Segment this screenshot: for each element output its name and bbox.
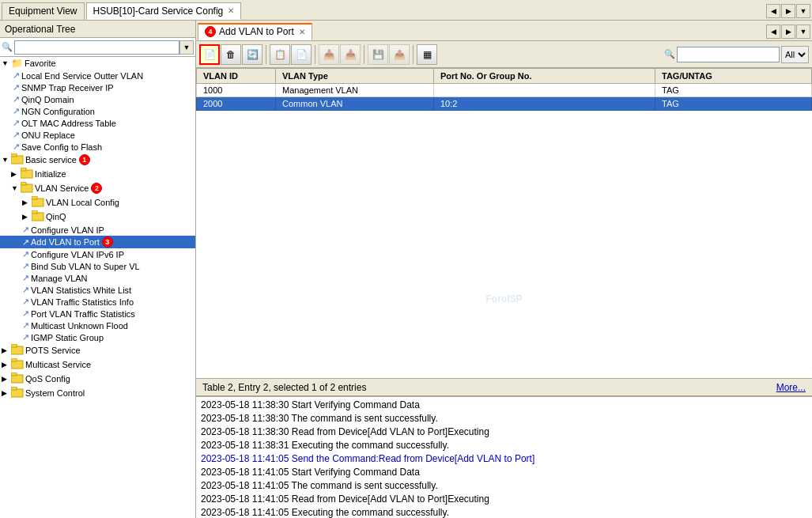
inner-tab-menu-btn[interactable]: ▼ (796, 25, 810, 39)
tab-prev-btn[interactable]: ◀ (766, 4, 780, 18)
paste-icon-2: 📥 (345, 49, 357, 60)
search-input[interactable] (14, 40, 179, 55)
badge-4: 4 (205, 26, 216, 37)
inner-tab-close-icon[interactable]: ✕ (299, 28, 305, 36)
sidebar-item-igmp-static[interactable]: ↗ IGMP Static Group (0, 331, 195, 343)
paste-icon-1: 📥 (323, 49, 335, 60)
sidebar-item-qinq-domain[interactable]: ↗ QinQ Domain (0, 93, 195, 105)
new-btn[interactable]: 📄 (199, 44, 220, 65)
export-btn-2[interactable]: 📤 (389, 44, 410, 65)
paste-btn-2[interactable]: 📥 (340, 44, 361, 65)
cell-taguntag: TAG (655, 97, 812, 111)
sidebar-item-configure-vlan-ipv6[interactable]: ↗ Configure VLAN IPv6 IP (0, 248, 195, 260)
sidebar-item-vlan-traffic[interactable]: ↗ VLAN Traffic Statistics Info (0, 296, 195, 308)
sidebar-item-label: Manage VLAN (31, 274, 88, 283)
sidebar-item-label: Bind Sub VLAN to Super VL (31, 262, 140, 271)
sidebar-item-configure-vlan-ip[interactable]: ↗ Configure VLAN IP (0, 224, 195, 236)
search-dropdown-btn[interactable]: ▼ (179, 40, 194, 55)
sidebar-item-system-control[interactable]: ▶ System Control (0, 386, 195, 400)
expand-icon: ▼ (2, 156, 11, 164)
sidebar-item-port-vlan-traffic[interactable]: ↗ Port VLAN Traffic Statistics (0, 308, 195, 319)
inner-tab-prev-btn[interactable]: ◀ (766, 25, 780, 39)
expand-icon: ▼ (11, 184, 21, 192)
folder-icon (21, 168, 33, 180)
sidebar-item-favorite[interactable]: ▼ 📁 Favorite (0, 57, 195, 70)
expand-icon: ▶ (2, 375, 11, 383)
sidebar-item-label: VLAN Statistics White List (31, 285, 131, 295)
sidebar-item-add-vlan-to-port[interactable]: ↗ Add VLAN to Port 3 (0, 236, 195, 248)
tab-close-icon[interactable]: ✕ (228, 6, 234, 15)
sidebar-item-bind-sub-vlan[interactable]: ↗ Bind Sub VLAN to Super VL (0, 260, 195, 272)
sidebar-item-save-config[interactable]: ↗ Save Config to Flash (0, 141, 195, 153)
log-line: 2023-05-18 11:38:31 Executing the comman… (201, 439, 807, 452)
table-row[interactable]: 1000 Management VLAN TAG (197, 84, 812, 97)
sidebar-item-label: Favorite (25, 59, 56, 68)
paste-btn-1[interactable]: 📥 (319, 44, 339, 65)
sidebar-item-label: Configure VLAN IPv6 IP (31, 250, 124, 259)
toolbar-search-select[interactable]: All (781, 46, 809, 63)
status-text: Table 2, Entry 2, selected 1 of 2 entrie… (202, 382, 366, 393)
export-btn-1[interactable]: 💾 (368, 44, 388, 65)
link-icon: ↗ (22, 237, 29, 248)
link-icon: ↗ (22, 297, 29, 307)
grid-btn[interactable]: ▦ (417, 44, 437, 65)
sidebar-item-vlan-local-config[interactable]: ▶ VLAN Local Config (0, 195, 195, 210)
sidebar-item-basic-service[interactable]: ▼ Basic service 1 (0, 153, 195, 167)
sidebar-item-initialize[interactable]: ▶ Initialize (0, 167, 195, 181)
sidebar-item-multicast-service[interactable]: ▶ Multicast Service (0, 357, 195, 372)
sidebar-item-qos-config[interactable]: ▶ QoS Config (0, 372, 195, 386)
sidebar-item-label: NGN Configuration (21, 107, 95, 116)
sidebar-item-label: VLAN Traffic Statistics Info (31, 297, 134, 307)
folder-icon (32, 196, 44, 209)
new-icon: 📄 (204, 49, 216, 60)
sidebar-item-manage-vlan[interactable]: ↗ Manage VLAN (0, 272, 195, 284)
sidebar-search-bar: 🔍 ▼ (0, 38, 195, 57)
sidebar-tree: ▼ 📁 Favorite ↗ Local End Service Outter … (0, 57, 195, 518)
cell-vlantype: Common VLAN (276, 97, 434, 111)
folder-icon (11, 387, 24, 399)
link-icon: ↗ (13, 106, 20, 116)
tab-menu-btn[interactable]: ▼ (796, 4, 810, 18)
inner-tab-add-vlan[interactable]: 4 Add VLAN to Port ✕ (198, 23, 312, 40)
svg-rect-15 (11, 372, 17, 376)
cell-vlantype: Management VLAN (276, 84, 434, 97)
sidebar-item-onu-replace[interactable]: ↗ ONU Replace (0, 129, 195, 141)
copy-btn-1[interactable]: 📋 (270, 44, 290, 65)
expand-icon: ▶ (2, 389, 11, 397)
sidebar-item-label: QinQ Domain (21, 95, 74, 104)
toolbar-sep-2 (315, 45, 315, 64)
toolbar-sep-4 (413, 45, 414, 64)
sidebar-item-snmp[interactable]: ↗ SNMP Trap Receiver IP (0, 81, 195, 93)
sidebar-item-ngn[interactable]: ↗ NGN Configuration (0, 105, 195, 117)
delete-btn[interactable]: 🗑 (221, 44, 241, 65)
export-icon-1: 💾 (372, 49, 384, 60)
toolbar-search-input[interactable] (677, 47, 780, 62)
copy-btn-2[interactable]: 📄 (291, 44, 312, 65)
log-line: 2023-05-18 11:38:30 The command is sent … (201, 412, 807, 425)
sidebar-item-local-end[interactable]: ↗ Local End Service Outter VLAN (0, 70, 195, 81)
search-icon: 🔍 (2, 42, 13, 52)
sidebar-item-vlan-service[interactable]: ▼ VLAN Service 2 (0, 181, 195, 195)
toolbar-search: 🔍 All (664, 46, 809, 63)
link-icon: ↗ (22, 320, 29, 331)
refresh-btn[interactable]: 🔄 (242, 44, 262, 65)
folder-icon (11, 358, 24, 371)
log-line: 2023-05-18 11:38:30 Start Verifying Comm… (201, 399, 807, 412)
col-header-vlanid: VLAN ID (197, 69, 276, 84)
sidebar-item-multicast-unknown[interactable]: ↗ Multicast Unknown Flood (0, 319, 195, 331)
tab-equipment-view[interactable]: Equipment View (2, 2, 85, 20)
link-icon: ↗ (13, 118, 20, 128)
inner-tab-next-btn[interactable]: ▶ (781, 25, 795, 39)
more-link[interactable]: More... (776, 382, 806, 393)
table-row[interactable]: 2000 Common VLAN 10:2 TAG (197, 97, 812, 111)
sidebar-item-qinq[interactable]: ▶ QinQ (0, 210, 195, 224)
sidebar-item-olt-mac[interactable]: ↗ OLT MAC Address Table (0, 117, 195, 129)
tab-next-btn[interactable]: ▶ (781, 4, 795, 18)
log-area: 2023-05-18 11:38:30 Start Verifying Comm… (196, 395, 812, 518)
inner-tab-nav: ◀ ▶ ▼ (766, 25, 810, 39)
inner-tab-bar: 4 Add VLAN to Port ✕ ◀ ▶ ▼ (196, 21, 812, 41)
svg-rect-3 (21, 168, 26, 171)
sidebar-item-pots-service[interactable]: ▶ POTS Service (0, 343, 195, 357)
sidebar-item-vlan-stats-white[interactable]: ↗ VLAN Statistics White List (0, 284, 195, 296)
tab-card-service-config[interactable]: HSUB[10]-Card Service Config ✕ (86, 2, 242, 20)
